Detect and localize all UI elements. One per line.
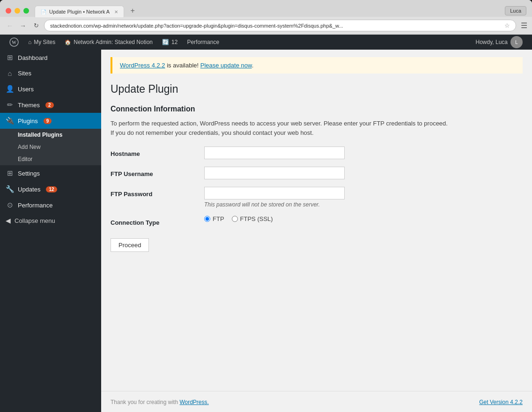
page-title: Update Plugin [111,83,523,96]
toolbar-performance[interactable]: Performance [182,35,224,50]
close-traffic-light[interactable] [6,8,11,14]
themes-icon: ✏ [6,101,14,109]
toolbar-performance-label: Performance [187,39,219,45]
user-avatar: L [510,36,523,48]
updates-badge: 12 [46,186,57,192]
form-actions: Proceed [111,234,523,252]
sidebar-item-label: Plugins [18,118,38,125]
ftp-password-row: FTP Password This password will not be s… [111,187,523,208]
sites-icon: ⌂ [6,69,14,77]
main-content: Update Plugin Connection Information To … [101,74,532,391]
footer-wp-link[interactable]: WordPress. [179,399,208,405]
toolbar-updates[interactable]: 🔄 12 [157,35,182,50]
dashboard-icon: ⊞ [6,53,14,62]
connection-type-field: FTP FTPS (SSL) [204,215,523,222]
sidebar-item-label: Dashboard [18,54,48,61]
sidebar-item-themes[interactable]: ✏ Themes 2 [0,97,101,113]
ftps-option-label: FTPS (SSL) [240,215,273,222]
connection-description: To perform the requested action, WordPre… [111,119,448,137]
toolbar-network-label: Network Admin: Stacked Notion [74,39,153,45]
sidebar-item-label: Performance [18,202,52,209]
ftp-password-label: FTP Password [111,187,204,198]
footer: Thank you for creating with WordPress. G… [101,391,532,412]
sidebar-item-label: Sites [18,70,31,77]
ftp-username-input[interactable] [204,167,345,179]
themes-badge: 2 [45,102,54,108]
connection-type-row: Connection Type FTP FTPS (SSL) [111,215,523,226]
settings-icon: ⊞ [6,169,14,177]
sidebar: ⊞ Dashboard ⌂ Sites 👤 Users ✏ Themes 2 [0,50,101,412]
sidebar-item-plugins[interactable]: 🔌 Plugins 9 [0,113,101,129]
toolbar-howdy-text: Howdy, Luca [476,39,508,45]
footer-thank-you: Thank you for creating with WordPress. [111,399,209,405]
sidebar-collapse-menu[interactable]: ◀ Collapse menu [0,213,101,228]
ftp-username-field [204,167,523,179]
submenu-add-new[interactable]: Add New [0,141,101,153]
toolbar-my-sites[interactable]: ⌂ My Sites [23,35,60,50]
browser-tab-active[interactable]: 📄 Update Plugin • Network A ✕ [35,6,124,17]
plugins-icon: 🔌 [6,117,14,125]
browser-chrome: 📄 Update Plugin • Network A ✕ + Luca ← →… [0,0,532,35]
back-button[interactable]: ← [5,21,15,31]
sidebar-item-label: Themes [18,102,40,109]
submenu-editor[interactable]: Editor [0,153,101,165]
browser-tabs: 📄 Update Plugin • Network A ✕ + [35,4,505,17]
sidebar-item-label: Users [18,86,34,93]
wp-admin: W ⌂ My Sites 🏠 Network Admin: Stacked No… [0,35,532,412]
sidebar-item-sites[interactable]: ⌂ Sites [0,66,101,81]
footer-text-static: Thank you for creating with [111,399,179,405]
ftp-username-row: FTP Username [111,167,523,179]
toolbar-updates-count: 12 [171,39,177,45]
footer-get-version[interactable]: Get Version 4.2.2 [479,399,523,405]
tab-close-button[interactable]: ✕ [114,9,118,15]
minimize-traffic-light[interactable] [15,8,20,14]
proceed-button[interactable]: Proceed [111,238,149,252]
hostname-input[interactable] [204,147,345,159]
sidebar-item-users[interactable]: 👤 Users [0,81,101,97]
plugins-submenu: Installed Plugins Add New Editor [0,129,101,165]
sidebar-item-settings[interactable]: ⊞ Settings [0,165,101,181]
ftp-password-input[interactable] [204,187,345,199]
updates-icon: 🔧 [6,185,14,193]
submenu-installed-plugins[interactable]: Installed Plugins [0,129,101,141]
wp-version-link[interactable]: WordPress 4.2.2 [120,62,165,69]
toolbar-wp-logo[interactable]: W [5,35,23,50]
forward-button[interactable]: → [18,21,28,31]
browser-toolbar: ← → ↻ stackednotion.com/wp-admin/network… [0,17,532,35]
performance-icon: ⊙ [6,201,14,209]
ftp-option-label: FTP [213,215,224,222]
password-note: This password will not be stored on the … [204,201,523,208]
toolbar-network-icon: 🏠 [65,39,71,45]
update-now-link[interactable]: Please update now [200,62,252,69]
plugins-badge: 9 [44,118,52,124]
ftps-radio[interactable] [232,216,238,222]
url-bar[interactable]: stackednotion.com/wp-admin/network/updat… [44,20,516,31]
tab-title: Update Plugin • Network A [49,9,110,15]
collapse-icon: ◀ [6,217,11,224]
users-icon: 👤 [6,85,14,93]
new-tab-button[interactable]: + [126,4,139,17]
sidebar-menu: ⊞ Dashboard ⌂ Sites 👤 Users ✏ Themes 2 [0,50,101,228]
toolbar-network-admin[interactable]: 🏠 Network Admin: Stacked Notion [60,35,157,50]
user-profile-button[interactable]: Luca [505,6,526,15]
content-area: WordPress 4.2.2 is available! Please upd… [101,50,532,412]
bookmark-icon[interactable]: ☆ [504,22,510,29]
ftp-password-field: This password will not be stored on the … [204,187,523,208]
sidebar-item-performance[interactable]: ⊙ Performance [0,197,101,213]
toolbar-user[interactable]: Howdy, Luca L [471,36,527,48]
refresh-button[interactable]: ↻ [31,21,41,31]
wordpress-logo-icon: W [9,37,19,47]
ftp-radio[interactable] [204,216,210,222]
ftp-radio-label[interactable]: FTP [204,215,224,222]
toolbar-my-sites-label: My Sites [34,39,55,45]
hostname-label: Hostname [111,147,204,157]
tab-favicon: 📄 [41,9,46,15]
collapse-label: Collapse menu [15,217,55,224]
traffic-lights [6,8,29,14]
sidebar-item-dashboard[interactable]: ⊞ Dashboard [0,50,101,66]
ftps-radio-label[interactable]: FTPS (SSL) [232,215,273,222]
maximize-traffic-light[interactable] [23,8,29,14]
wp-admin-toolbar: W ⌂ My Sites 🏠 Network Admin: Stacked No… [0,35,532,50]
sidebar-item-updates[interactable]: 🔧 Updates 12 [0,181,101,197]
menu-icon[interactable]: ☰ [521,21,527,30]
